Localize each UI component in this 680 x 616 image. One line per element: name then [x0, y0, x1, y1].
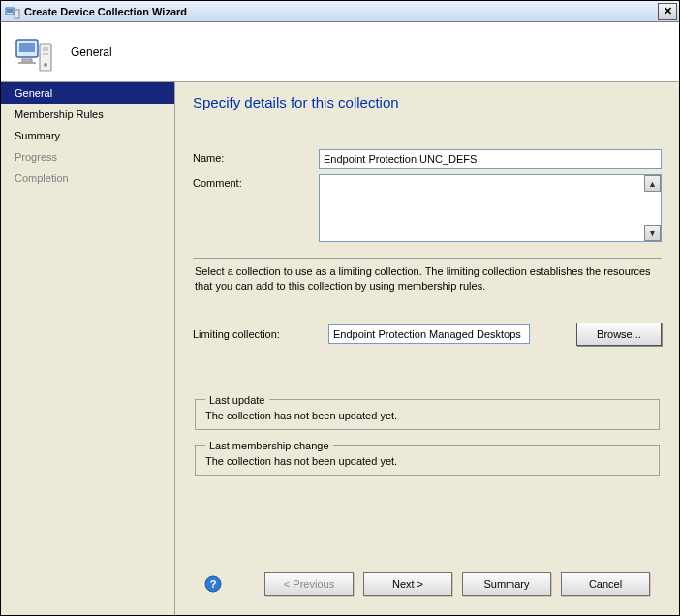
last-membership-legend: Last membership change: [205, 440, 333, 451]
scroll-up-button[interactable]: ▲: [644, 175, 661, 192]
wizard-icon: [15, 30, 53, 75]
svg-rect-8: [43, 47, 48, 51]
browse-button[interactable]: Browse...: [576, 323, 662, 346]
limiting-collection-field: Endpoint Protection Managed Desktops: [328, 324, 530, 344]
next-button[interactable]: Next >: [363, 572, 452, 596]
main-panel: Specify details for this collection Name…: [175, 82, 679, 615]
header-banner: General: [1, 22, 679, 82]
title-bar: Create Device Collection Wizard ✕: [1, 1, 679, 22]
nav-item-progress: Progress: [1, 146, 174, 168]
svg-rect-6: [18, 62, 36, 64]
previous-button: < Previous: [264, 572, 354, 596]
svg-rect-5: [22, 59, 32, 62]
name-label: Name:: [193, 149, 319, 164]
page-heading: Specify details for this collection: [193, 94, 662, 110]
last-membership-group: Last membership change The collection ha…: [195, 440, 660, 476]
help-icon[interactable]: ?: [204, 575, 222, 593]
last-membership-text: The collection has not been updated yet.: [205, 455, 649, 467]
cancel-button[interactable]: Cancel: [561, 572, 650, 596]
svg-text:?: ?: [210, 578, 217, 590]
comment-label: Comment:: [193, 174, 319, 189]
svg-rect-2: [7, 9, 13, 13]
name-input[interactable]: [319, 149, 662, 169]
nav-item-summary[interactable]: Summary: [1, 125, 174, 146]
close-button[interactable]: ✕: [658, 3, 677, 20]
wizard-nav: General Membership Rules Summary Progres…: [1, 82, 175, 615]
window-title: Create Device Collection Wizard: [24, 6, 658, 17]
page-title: General: [71, 46, 112, 59]
limiting-help-text: Select a collection to use as a limiting…: [193, 264, 662, 293]
svg-rect-4: [19, 43, 35, 52]
nav-item-general[interactable]: General: [1, 82, 174, 104]
wizard-footer: ? < Previous Next > Summary Cancel: [193, 565, 662, 605]
last-update-text: The collection has not been updated yet.: [205, 410, 649, 421]
nav-item-completion: Completion: [1, 168, 174, 189]
last-update-legend: Last update: [205, 394, 269, 406]
nav-item-membership-rules[interactable]: Membership Rules: [1, 104, 174, 125]
scroll-down-button[interactable]: ▼: [644, 225, 661, 241]
svg-rect-9: [43, 53, 48, 55]
divider: [193, 258, 662, 259]
comment-textarea[interactable]: ▲ ▼: [319, 174, 662, 242]
limiting-collection-label: Limiting collection:: [193, 328, 319, 340]
svg-rect-1: [15, 10, 19, 18]
svg-point-10: [44, 63, 47, 67]
summary-button[interactable]: Summary: [462, 572, 551, 596]
last-update-group: Last update The collection has not been …: [195, 394, 660, 430]
close-icon: ✕: [664, 5, 672, 17]
app-icon: [5, 4, 20, 19]
